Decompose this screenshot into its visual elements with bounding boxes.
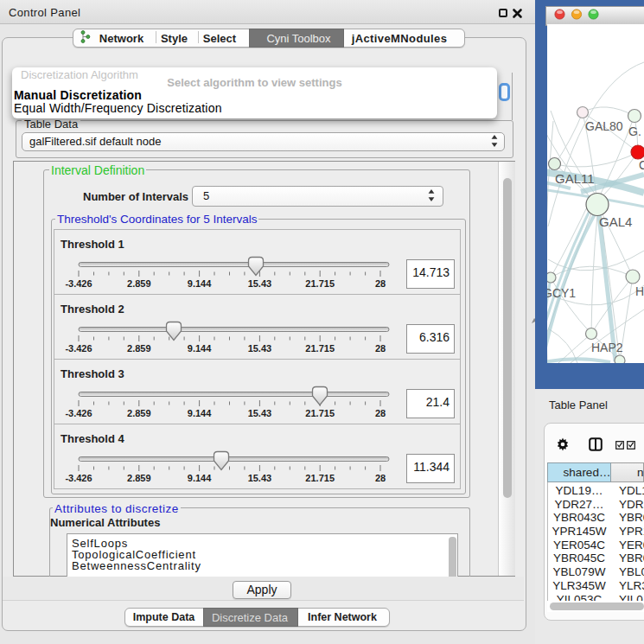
- svg-text:9.144: 9.144: [188, 473, 212, 483]
- svg-text:G.: G.: [628, 124, 641, 138]
- svg-text:HAP2: HAP2: [591, 341, 623, 354]
- svg-text:28: 28: [375, 408, 386, 418]
- svg-text:21.715: 21.715: [305, 343, 335, 354]
- svg-text:9.144: 9.144: [188, 408, 212, 418]
- svg-text:2.859: 2.859: [127, 343, 151, 354]
- svg-text:2.859: 2.859: [127, 473, 151, 483]
- svg-text:9.144: 9.144: [188, 343, 212, 354]
- svg-text:2.859: 2.859: [127, 408, 151, 418]
- svg-text:-3.426: -3.426: [65, 343, 92, 354]
- svg-text:9.144: 9.144: [188, 278, 212, 289]
- svg-text:GAL80: GAL80: [585, 119, 623, 133]
- svg-text:28: 28: [375, 278, 386, 289]
- svg-text:21.715: 21.715: [305, 408, 335, 418]
- svg-text:-3.426: -3.426: [65, 473, 92, 483]
- svg-text:15.43: 15.43: [248, 278, 272, 289]
- svg-text:GAL4: GAL4: [599, 214, 632, 229]
- svg-text:15.43: 15.43: [248, 473, 272, 483]
- svg-text:15.43: 15.43: [248, 343, 272, 354]
- svg-text:GAL11: GAL11: [555, 171, 595, 186]
- svg-text:H: H: [635, 284, 644, 298]
- svg-text:C: C: [639, 158, 644, 172]
- svg-text:28: 28: [375, 473, 386, 483]
- svg-text:21.715: 21.715: [305, 278, 335, 289]
- svg-text:15.43: 15.43: [248, 408, 272, 418]
- svg-text:28: 28: [375, 343, 386, 354]
- svg-text:-3.426: -3.426: [65, 278, 92, 289]
- svg-text:GCY1: GCY1: [547, 286, 576, 300]
- svg-text:2.859: 2.859: [127, 278, 151, 289]
- svg-text:-3.426: -3.426: [65, 408, 92, 418]
- svg-text:21.715: 21.715: [305, 473, 335, 483]
